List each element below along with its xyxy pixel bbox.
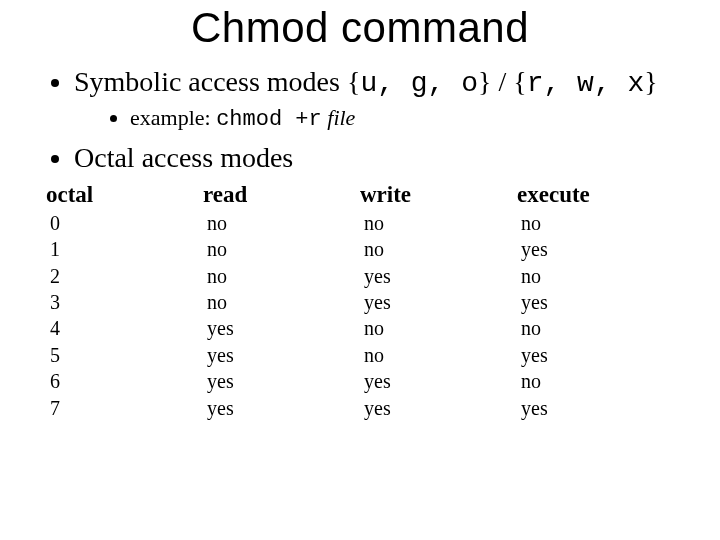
table-row: 1 no no yes xyxy=(46,236,674,262)
table-row: 4 yes no no xyxy=(46,315,674,341)
cell-write: yes xyxy=(360,289,517,315)
cell-read: yes xyxy=(203,315,360,341)
table-row: 7 yes yes yes xyxy=(46,395,674,421)
bullet-symbolic: Symbolic access modes {u, g, o} / {r, w,… xyxy=(74,64,674,134)
example-file: file xyxy=(322,105,356,130)
cell-read: yes xyxy=(203,368,360,394)
table-row: 2 no yes no xyxy=(46,263,674,289)
example-cmd: chmod +r xyxy=(216,107,322,132)
cell-read: yes xyxy=(203,395,360,421)
cell-read: yes xyxy=(203,342,360,368)
table-row: 6 yes yes no xyxy=(46,368,674,394)
cell-octal: 4 xyxy=(46,315,203,341)
bullet-list: Symbolic access modes {u, g, o} / {r, w,… xyxy=(46,64,674,176)
bullet-example: example: chmod +r file xyxy=(130,104,674,134)
cell-execute: no xyxy=(517,263,674,289)
cell-write: yes xyxy=(360,263,517,289)
slide: Chmod command Symbolic access modes {u, … xyxy=(0,0,720,540)
col-header-execute: execute xyxy=(517,182,674,210)
slide-title: Chmod command xyxy=(46,4,674,52)
cell-write: no xyxy=(360,342,517,368)
cell-write: no xyxy=(360,210,517,236)
table-row: 5 yes no yes xyxy=(46,342,674,368)
cell-execute: no xyxy=(517,210,674,236)
symbolic-mid: } / { xyxy=(478,66,527,97)
cell-read: no xyxy=(203,210,360,236)
cell-read: no xyxy=(203,236,360,262)
table-row: 3 no yes yes xyxy=(46,289,674,315)
cell-read: no xyxy=(203,289,360,315)
cell-octal: 1 xyxy=(46,236,203,262)
cell-execute: no xyxy=(517,368,674,394)
cell-execute: yes xyxy=(517,289,674,315)
cell-octal: 7 xyxy=(46,395,203,421)
symbolic-set2: r, w, x xyxy=(527,68,645,99)
symbolic-prefix: Symbolic access modes { xyxy=(74,66,360,97)
table-body: 0 no no no 1 no no yes 2 no yes no 3 no … xyxy=(46,210,674,421)
cell-write: yes xyxy=(360,395,517,421)
symbolic-set1: u, g, o xyxy=(360,68,478,99)
cell-write: no xyxy=(360,315,517,341)
col-header-octal: octal xyxy=(46,182,203,210)
cell-octal: 5 xyxy=(46,342,203,368)
cell-octal: 3 xyxy=(46,289,203,315)
col-header-read: read xyxy=(203,182,360,210)
bullet-octal: Octal access modes xyxy=(74,140,674,176)
cell-read: no xyxy=(203,263,360,289)
cell-octal: 6 xyxy=(46,368,203,394)
table-head: octal read write execute xyxy=(46,182,674,210)
table-header-row: octal read write execute xyxy=(46,182,674,210)
symbolic-suffix: } xyxy=(644,66,657,97)
cell-execute: no xyxy=(517,315,674,341)
cell-execute: yes xyxy=(517,236,674,262)
octal-table: octal read write execute 0 no no no 1 no… xyxy=(46,182,674,421)
cell-execute: yes xyxy=(517,342,674,368)
cell-octal: 0 xyxy=(46,210,203,236)
table-row: 0 no no no xyxy=(46,210,674,236)
cell-execute: yes xyxy=(517,395,674,421)
sub-bullet-list: example: chmod +r file xyxy=(74,104,674,134)
example-prefix: example: xyxy=(130,105,216,130)
cell-write: no xyxy=(360,236,517,262)
cell-octal: 2 xyxy=(46,263,203,289)
cell-write: yes xyxy=(360,368,517,394)
col-header-write: write xyxy=(360,182,517,210)
